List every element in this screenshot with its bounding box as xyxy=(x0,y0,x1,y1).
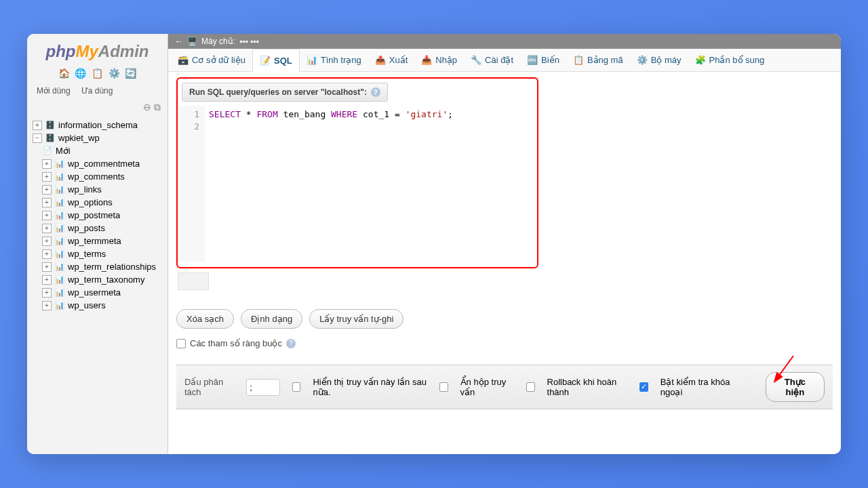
hide-query-label: Ẩn hộp truy vấn xyxy=(460,377,515,397)
tab-label: SQL xyxy=(274,56,292,66)
table-icon: 📊 xyxy=(54,185,65,195)
sidebar-tabs: Mới dùng Ưa dùng xyxy=(27,83,167,99)
tab-label: Bộ máy xyxy=(651,55,682,65)
reload-icon[interactable]: 🔄 xyxy=(125,68,136,79)
collapse-icon[interactable]: ⊖ xyxy=(143,102,151,113)
logo: phpMyAdmin xyxy=(27,34,167,64)
table-label: wp_term_relationships xyxy=(68,262,156,272)
expand-icon[interactable]: + xyxy=(42,198,52,207)
sql-text: ; xyxy=(448,109,453,119)
clear-button[interactable]: Xóa sạch xyxy=(176,309,234,329)
expand-icon[interactable]: + xyxy=(42,262,52,272)
tab-charset[interactable]: 📋Bảng mã xyxy=(566,49,630,71)
delimiter-input[interactable] xyxy=(246,379,280,396)
db-label: information_schema xyxy=(58,120,138,130)
help-icon[interactable]: ? xyxy=(371,87,380,97)
logo-admin: Admin xyxy=(98,42,149,60)
expand-icon[interactable]: + xyxy=(42,288,52,298)
table-row[interactable]: +📊wp_links xyxy=(30,183,167,196)
bind-params-label: Các tham số ràng buộc xyxy=(190,338,282,348)
table-row[interactable]: +📊wp_users xyxy=(30,299,167,312)
collapse-icon[interactable]: − xyxy=(33,134,42,143)
sql-keyword: WHERE xyxy=(331,109,357,119)
tab-sql[interactable]: 📝SQL xyxy=(252,49,300,72)
tab-label: Biến xyxy=(541,55,559,65)
line-gutter: 1 2 xyxy=(178,106,205,262)
expand-icon[interactable]: + xyxy=(42,159,52,169)
sql-editor-highlight: Run SQL query/queries on server "localho… xyxy=(176,77,538,268)
table-label: wp_commentmeta xyxy=(68,159,140,169)
tree-db-info-schema[interactable]: + 🗄️ information_schema xyxy=(30,119,167,131)
expand-icon[interactable]: + xyxy=(42,224,52,233)
table-row[interactable]: +📊wp_terms xyxy=(30,247,167,260)
table-icon: 📊 xyxy=(54,288,65,298)
expand-icon[interactable]: + xyxy=(33,121,42,130)
table-row[interactable]: +📊wp_comments xyxy=(30,170,167,183)
table-label: wp_options xyxy=(68,197,113,207)
sql-keyword: SELECT xyxy=(209,109,241,119)
expand-icon[interactable]: + xyxy=(42,249,52,259)
format-button[interactable]: Định dạng xyxy=(241,309,302,329)
expand-icon[interactable]: + xyxy=(42,275,52,285)
db-tree: + 🗄️ information_schema − 🗄️ wpkiet_wp 📄… xyxy=(27,116,167,314)
nav-left-icon[interactable]: ← xyxy=(175,37,183,46)
tab-label: Nhập xyxy=(435,55,457,65)
help-icon[interactable]: ? xyxy=(286,339,296,348)
expand-icon[interactable]: + xyxy=(42,185,52,195)
table-row[interactable]: +📊wp_commentmeta xyxy=(30,157,167,170)
table-row[interactable]: +📊wp_options xyxy=(30,196,167,209)
tab-plugins[interactable]: 🧩Phần bổ sung xyxy=(688,49,772,71)
tree-new[interactable]: 📄 Mới xyxy=(30,144,167,157)
sql-editor[interactable]: 1 2 SELECT * FROM ten_bang WHERE cot_1 =… xyxy=(178,106,537,262)
autosave-button[interactable]: Lấy truy vấn tự-ghi xyxy=(309,309,403,329)
rollback-checkbox[interactable] xyxy=(526,382,534,392)
charset-icon: 📋 xyxy=(573,55,584,66)
bind-params-row: Các tham số ràng buộc ? xyxy=(176,338,833,348)
tab-status[interactable]: 📊Tình trạng xyxy=(300,49,368,71)
app-window: phpMyAdmin 🏠 🌐 📋 ⚙️ 🔄 Mới dùng Ưa dùng ⊖… xyxy=(27,34,841,454)
table-row[interactable]: +📊wp_term_taxonomy xyxy=(30,273,167,286)
query-label-text: Run SQL query/queries on server "localho… xyxy=(189,87,367,97)
table-row[interactable]: +📊wp_termmeta xyxy=(30,235,167,247)
table-icon: 📊 xyxy=(54,249,65,259)
tree-db-wpkiet[interactable]: − 🗄️ wpkiet_wp xyxy=(30,131,167,144)
tab-variables[interactable]: 🔤Biến xyxy=(520,49,566,71)
tab-settings[interactable]: 🔧Cài đặt xyxy=(464,49,520,71)
tab-label: Cài đặt xyxy=(485,55,513,65)
tab-export[interactable]: 📤Xuất xyxy=(368,49,415,71)
show-again-checkbox[interactable] xyxy=(292,382,300,392)
line-number: 1 xyxy=(183,108,199,121)
globe-icon[interactable]: 🌐 xyxy=(75,68,86,79)
tab-import[interactable]: 📥Nhập xyxy=(414,49,464,71)
expand-icon[interactable]: + xyxy=(42,211,52,220)
tab-favorite[interactable]: Ưa dùng xyxy=(76,84,119,98)
home-icon[interactable]: 🏠 xyxy=(58,68,70,79)
expand-icon[interactable]: + xyxy=(42,301,52,310)
gear-icon[interactable]: ⚙️ xyxy=(108,68,120,79)
table-icon: 📊 xyxy=(54,262,65,272)
execute-button[interactable]: Thực hiện xyxy=(766,372,825,402)
expand-icon[interactable]: + xyxy=(42,172,52,182)
table-row[interactable]: +📊wp_usermeta xyxy=(30,286,167,299)
fk-check-label: Bật kiểm tra khóa ngoại xyxy=(660,377,741,397)
tree-controls: ⊖ ⧉ xyxy=(27,99,167,116)
table-icon: 📊 xyxy=(54,237,65,246)
table-row[interactable]: +📊wp_posts xyxy=(30,222,167,235)
tab-engines[interactable]: ⚙️Bộ máy xyxy=(630,49,688,71)
bind-params-checkbox[interactable] xyxy=(176,339,186,348)
fk-check-checkbox[interactable] xyxy=(639,382,648,392)
tab-recent[interactable]: Mới dùng xyxy=(31,84,76,98)
link-icon[interactable]: ⧉ xyxy=(154,102,161,113)
table-row[interactable]: +📊wp_term_relationships xyxy=(30,260,167,273)
table-label: wp_comments xyxy=(68,171,125,182)
expand-icon[interactable]: + xyxy=(42,237,52,246)
new-label: Mới xyxy=(56,146,71,156)
tab-databases[interactable]: 🗃️Cơ sở dữ liệu xyxy=(171,49,252,71)
code-area[interactable]: SELECT * FROM ten_bang WHERE cot_1 = 'gi… xyxy=(205,106,537,262)
doc-icon[interactable]: 📋 xyxy=(92,68,103,79)
tab-label: Bảng mã xyxy=(587,55,623,65)
line-number: 2 xyxy=(183,121,199,133)
table-label: wp_term_taxonomy xyxy=(68,274,144,285)
hide-query-checkbox[interactable] xyxy=(439,382,448,392)
table-row[interactable]: +📊wp_postmeta xyxy=(30,209,167,222)
